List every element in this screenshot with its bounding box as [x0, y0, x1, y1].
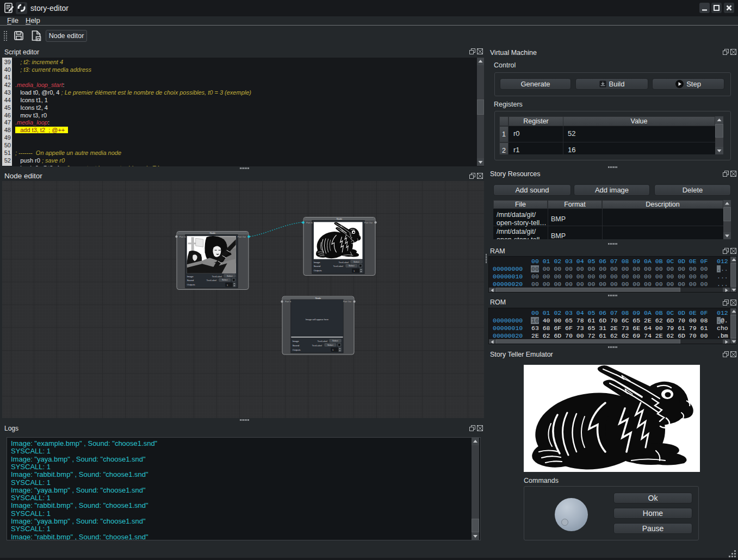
svg-text:Image will appear here: Image will appear here: [306, 318, 329, 321]
